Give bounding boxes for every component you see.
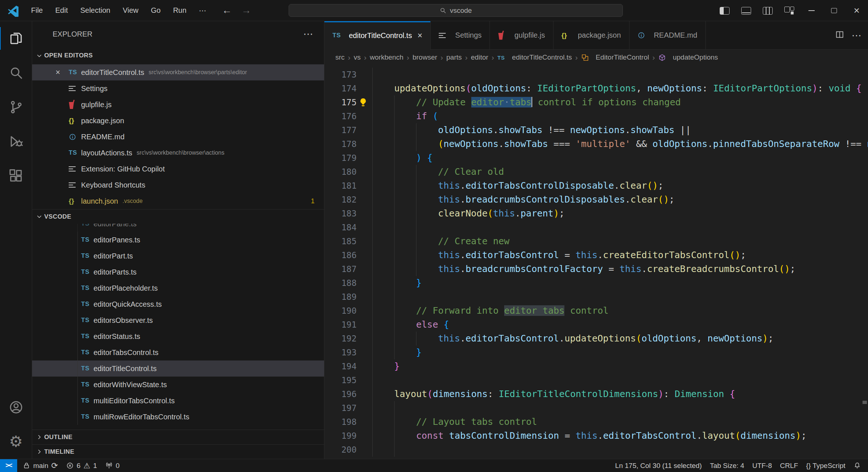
code-line[interactable]: 182this.breadcrumbsControlDisposables.cl… xyxy=(324,193,868,207)
menu-item-view[interactable]: View xyxy=(117,0,145,21)
activity-settings-gear-icon[interactable]: ⚙ xyxy=(0,424,32,459)
code-line[interactable]: 185// Create new xyxy=(324,234,868,248)
navigate-forward-icon[interactable]: → xyxy=(241,5,251,16)
tree-item[interactable]: TSmultiEditorTabsControl.ts xyxy=(32,393,324,409)
editor-more-actions-icon[interactable]: ⋯ xyxy=(852,30,861,41)
open-editor-item[interactable]: {}package.json xyxy=(32,113,324,129)
tree-item[interactable]: TSeditorsObserver.ts xyxy=(32,312,324,328)
code-line[interactable]: 181this.editorTabsControlDisposable.clea… xyxy=(324,179,868,193)
breadcrumb-item[interactable]: editor xyxy=(471,53,488,61)
status-indentation[interactable]: Tab Size: 4 xyxy=(706,459,748,472)
code-line[interactable]: 179) { xyxy=(324,151,868,165)
menu-item-file[interactable]: File xyxy=(25,0,49,21)
open-editor-item[interactable]: Keyboard Shortcuts xyxy=(32,177,324,193)
menu-item-selection[interactable]: Selection xyxy=(74,0,117,21)
tree-item[interactable]: TSeditorQuickAccess.ts xyxy=(32,296,324,312)
breadcrumb-item[interactable]: parts xyxy=(446,53,462,61)
explorer-more-actions-icon[interactable]: ⋯ xyxy=(303,28,313,40)
code-editor[interactable]: 173174updateOptions(oldOptions: IEditorP… xyxy=(324,65,868,459)
code-line[interactable]: 180// Clear old xyxy=(324,165,868,179)
status-notifications[interactable] xyxy=(849,459,865,472)
open-editor-item[interactable]: Extension: GitHub Copilot xyxy=(32,161,324,177)
code-line[interactable]: 198// Layout tabs control xyxy=(324,415,868,429)
code-line[interactable]: 191else { xyxy=(324,318,868,332)
breadcrumb-item[interactable]: workbench xyxy=(370,53,403,61)
editor-tab-package.json[interactable]: {}package.json xyxy=(553,21,629,49)
breadcrumb-item[interactable]: TSeditorTitleControl.ts xyxy=(498,53,572,61)
code-line[interactable]: 188} xyxy=(324,276,868,290)
close-tab-icon[interactable]: × xyxy=(418,31,422,41)
tree-item[interactable]: TSeditorWithViewState.ts xyxy=(32,377,324,393)
activity-account-icon[interactable] xyxy=(0,390,32,424)
open-editor-item[interactable]: TSlayoutActions.tssrc\vs\workbench\brows… xyxy=(32,145,324,161)
code-line[interactable]: 173 xyxy=(324,68,868,82)
menu-item-go[interactable]: Go xyxy=(145,0,167,21)
activity-extensions-icon[interactable] xyxy=(0,159,32,193)
tree-item[interactable]: TSeditorPlaceholder.ts xyxy=(32,280,324,296)
status-branch[interactable]: main⟳ xyxy=(19,459,62,472)
code-line[interactable]: 196layout(dimensions: IEditorTitleContro… xyxy=(324,387,868,401)
activity-search-icon[interactable] xyxy=(0,56,32,90)
code-line[interactable]: 194} xyxy=(324,359,868,373)
code-line[interactable]: 190// Forward into editor tabs control xyxy=(324,304,868,318)
status-remote-indicator[interactable]: >< xyxy=(0,459,17,472)
activity-source-control-icon[interactable] xyxy=(0,90,32,124)
tree-item[interactable]: TSeditorStatus.ts xyxy=(32,328,324,344)
tree-item[interactable]: TSeditorParts.ts xyxy=(32,264,324,280)
code-line[interactable]: 186this.editorTabsControl = this.createE… xyxy=(324,248,868,262)
editor-tab-gulpfile.js[interactable]: gulpfile.js xyxy=(490,21,553,49)
tree-item[interactable]: TSeditorPart.ts xyxy=(32,248,324,264)
status-cursor-position[interactable]: Ln 175, Col 30 (11 selected) xyxy=(611,459,706,472)
command-center-search[interactable]: vscode xyxy=(289,4,623,17)
code-line[interactable]: 187this.breadcrumbsControlFactory = this… xyxy=(324,262,868,276)
editor-tab-README.md[interactable]: README.md xyxy=(629,21,706,49)
code-line[interactable]: 200 xyxy=(324,443,868,457)
status-language[interactable]: {} TypeScript xyxy=(802,459,849,472)
code-line[interactable]: 193} xyxy=(324,345,868,359)
section-outline[interactable]: OUTLINE xyxy=(32,430,324,444)
code-line[interactable]: 197 xyxy=(324,401,868,415)
toggle-primary-sidebar-icon[interactable] xyxy=(720,7,730,15)
customize-layout-icon[interactable] xyxy=(784,7,794,15)
breadcrumb-item[interactable]: vs xyxy=(354,53,361,61)
tree-item[interactable]: TSeditorPane.ts xyxy=(32,224,324,232)
open-editor-item[interactable]: gulpfile.js xyxy=(32,97,324,113)
code-line[interactable]: 176if ( xyxy=(324,109,868,123)
tree-item[interactable]: TSeditorTitleControl.ts xyxy=(32,360,324,377)
open-editor-item[interactable]: Settings xyxy=(32,80,324,97)
editor-tab-Settings[interactable]: Settings xyxy=(431,21,490,49)
status-problems[interactable]: 6⚠1 xyxy=(62,459,101,472)
code-line[interactable]: 183clearNode(this.parent); xyxy=(324,207,868,220)
tree-item[interactable]: TSmultiRowEditorTabsControl.ts xyxy=(32,409,324,425)
code-line[interactable]: 195 xyxy=(324,373,868,387)
section-timeline[interactable]: TIMELINE xyxy=(32,444,324,459)
window-maximize-button[interactable] xyxy=(823,0,845,21)
section-vscode[interactable]: VSCODE xyxy=(32,209,324,224)
toggle-panel-icon[interactable] xyxy=(741,7,751,15)
code-line[interactable]: 184 xyxy=(324,220,868,234)
tree-item[interactable]: TSeditorTabsControl.ts xyxy=(32,344,324,360)
window-close-button[interactable]: × xyxy=(845,0,868,21)
split-editor-icon[interactable] xyxy=(835,30,844,41)
tree-item-clipped[interactable]: TSeditorPane.ts xyxy=(32,224,324,232)
code-line[interactable]: 192this.editorTabsControl.updateOptions(… xyxy=(324,332,868,345)
status-encoding[interactable]: UTF-8 xyxy=(748,459,776,472)
status-ports[interactable]: 0 xyxy=(101,459,124,472)
breadcrumb-item[interactable]: EditorTitleControl xyxy=(581,53,649,61)
code-line[interactable]: 177oldOptions.showTabs !== newOptions.sh… xyxy=(324,123,868,137)
open-editor-item[interactable]: {}launch.json.vscode1 xyxy=(32,193,324,209)
activity-run-debug-icon[interactable] xyxy=(0,124,32,159)
code-line[interactable]: 189 xyxy=(324,290,868,304)
section-open-editors[interactable]: OPEN EDITORS xyxy=(32,47,324,64)
tree-item[interactable]: TSeditorPanes.ts xyxy=(32,232,324,248)
code-line[interactable]: 199const tabsControlDimension = this.edi… xyxy=(324,429,868,443)
open-editor-item[interactable]: ×TSeditorTitleControl.tssrc\vs\workbench… xyxy=(32,64,324,80)
status-eol[interactable]: CRLF xyxy=(776,459,802,472)
breadcrumb-item[interactable]: updateOptions xyxy=(658,53,718,61)
lightbulb-icon[interactable] xyxy=(358,97,368,107)
activity-explorer-icon[interactable] xyxy=(0,21,32,56)
breadcrumb-item[interactable]: browser xyxy=(412,53,437,61)
breadcrumb-item[interactable]: src xyxy=(335,53,344,61)
navigate-back-icon[interactable]: ← xyxy=(222,5,232,16)
window-minimize-button[interactable] xyxy=(800,0,823,21)
